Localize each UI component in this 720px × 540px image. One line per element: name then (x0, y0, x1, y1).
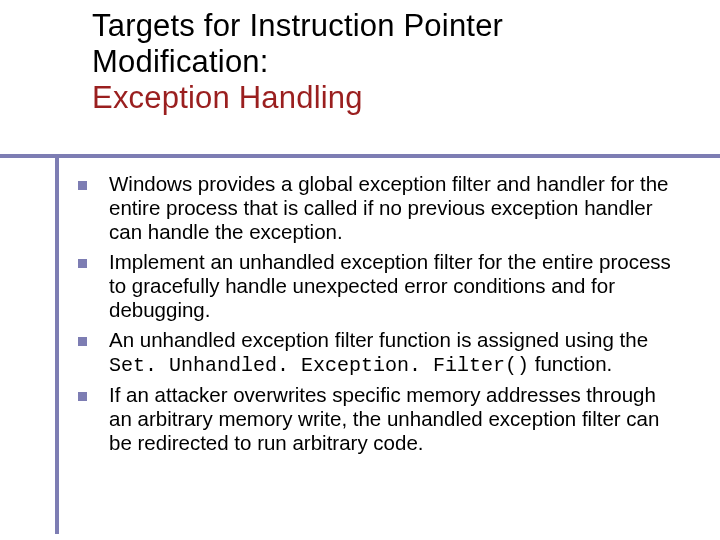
bullet-text: An unhandled exception filter function i… (109, 328, 678, 377)
list-item: Windows provides a global exception filt… (78, 172, 678, 244)
list-item: If an attacker overwrites specific memor… (78, 383, 678, 455)
slide-body: Windows provides a global exception filt… (78, 172, 678, 461)
title-line-1: Targets for Instruction Pointer (92, 8, 503, 43)
slide-title: Targets for Instruction Pointer Modifica… (92, 8, 652, 116)
square-bullet-icon (78, 337, 87, 346)
bullet-code: Set. Unhandled. Exception. Filter() (109, 354, 529, 377)
bullet-suffix: function. (529, 352, 612, 375)
bullet-text: Implement an unhandled exception filter … (109, 250, 678, 322)
bullet-text: Windows provides a global exception filt… (109, 172, 678, 244)
bullet-text: If an attacker overwrites specific memor… (109, 383, 678, 455)
list-item: Implement an unhandled exception filter … (78, 250, 678, 322)
square-bullet-icon (78, 181, 87, 190)
horizontal-rule (0, 154, 720, 158)
square-bullet-icon (78, 392, 87, 401)
title-line-2: Modification: (92, 44, 269, 79)
bullet-prefix: An unhandled exception filter function i… (109, 328, 648, 351)
square-bullet-icon (78, 259, 87, 268)
vertical-rule (55, 154, 59, 534)
list-item: An unhandled exception filter function i… (78, 328, 678, 377)
slide: Targets for Instruction Pointer Modifica… (0, 0, 720, 540)
title-line-3: Exception Handling (92, 80, 363, 115)
